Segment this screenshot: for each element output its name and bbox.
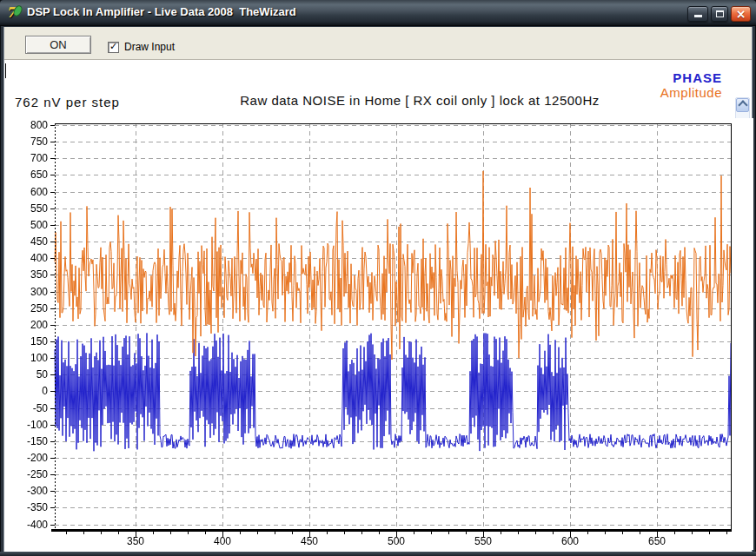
close-button[interactable]: × <box>731 6 751 22</box>
checkmark-icon: ✓ <box>109 41 117 52</box>
app-icon: 7 <box>6 4 23 21</box>
phase-legend-label: PHASE <box>660 70 722 85</box>
draw-input-label: Draw Input <box>124 41 175 53</box>
titlebar[interactable]: 7 DSP Lock In Amplifier - Live Data 2008… <box>0 0 756 26</box>
minimize-icon <box>694 15 702 17</box>
chevron-up-icon <box>739 99 746 105</box>
amplitude-legend-label: Amplitude <box>660 85 722 100</box>
maximize-icon <box>716 10 724 17</box>
client-area: ON ✓ Draw Input 762 nV per step Raw data… <box>3 27 753 552</box>
scroll-up-button[interactable] <box>736 98 749 112</box>
window-title: DSP Lock In Amplifier - Live Data 2008 T… <box>27 5 296 18</box>
draw-input-checkbox[interactable]: ✓ Draw Input <box>108 41 175 53</box>
chart-legend: PHASE Amplitude <box>660 70 722 100</box>
noise-chart-canvas <box>4 118 753 550</box>
step-size-label: 762 nV per step <box>15 95 120 109</box>
close-icon: × <box>732 7 750 21</box>
app-window: 7 DSP Lock In Amplifier - Live Data 2008… <box>0 0 756 556</box>
on-button[interactable]: ON <box>25 36 91 54</box>
chart-title: Raw data NOISE in Home [ RX coil only ] … <box>240 93 600 108</box>
window-bottom-border <box>0 552 756 556</box>
checkbox-box[interactable]: ✓ <box>108 42 119 53</box>
text-caret <box>5 63 6 78</box>
log-textarea[interactable]: 762 nV per step Raw data NOISE in Home [… <box>4 61 752 118</box>
toolbar: ON ✓ Draw Input <box>4 27 752 60</box>
maximize-button[interactable] <box>711 6 728 22</box>
minimize-button[interactable] <box>687 6 708 22</box>
